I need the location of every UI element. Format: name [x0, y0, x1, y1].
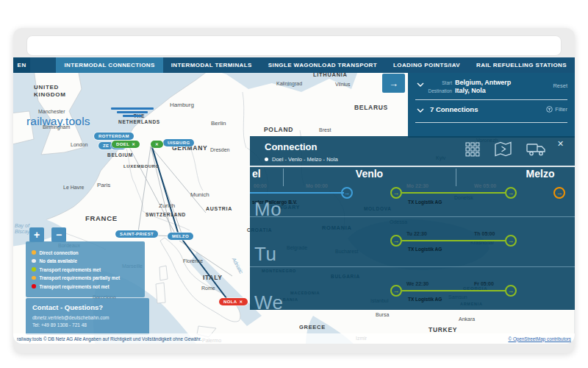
leg2-departure-marker: →: [390, 285, 402, 297]
marker-close-icon[interactable]: ✕: [240, 300, 243, 304]
legend-dot-icon: [32, 250, 36, 255]
zoom-in-button[interactable]: +: [29, 227, 44, 242]
legend-item-no-data-available: No data available: [32, 258, 139, 263]
station-venlo: Venlo: [283, 168, 456, 180]
panel-collapse-button[interactable]: →: [382, 74, 405, 93]
map-label-greece: GREECE: [299, 324, 326, 330]
station-doel: el: [252, 168, 261, 180]
day-label-tu: Tu: [254, 243, 276, 266]
map-label-belarus: BELARUS: [354, 104, 388, 111]
tab-rail-refuelling-stations[interactable]: RAIL REFUELLING STATIONS: [468, 57, 575, 73]
legend-item-transport-requirements-partially-met: Transport requirements partially met: [32, 275, 139, 280]
start-value[interactable]: Belgium, Antwerp: [455, 79, 511, 86]
day-label-we: We: [254, 291, 284, 310]
leg2-arrival-marker: →: [505, 187, 517, 199]
contact-box: Contact - Questions? dbnetz.vertrieb@deu…: [26, 298, 149, 335]
main-navbar: EN INTERMODAL CONNECTIONSINTERMODAL TERM…: [13, 57, 575, 73]
map-label-austria: AUSTRIA: [206, 206, 232, 212]
station-melzo: Melzo: [492, 168, 575, 180]
leg2-arrival-marker: →: [505, 235, 517, 247]
leg2-operator: TX Logistik AG: [408, 199, 442, 205]
map-label-switzerland: SWITZERLAND: [146, 212, 186, 218]
reset-button[interactable]: Reset: [553, 82, 567, 89]
contact-title: Contact - Questions?: [32, 303, 143, 311]
language-selector[interactable]: EN: [13, 57, 30, 73]
map-label-france: FRANCE: [85, 214, 118, 222]
map-label-belgium: BELGIUM: [107, 152, 133, 158]
marker-close-icon[interactable]: ✕: [155, 142, 159, 146]
zoom-out-button[interactable]: −: [51, 227, 66, 242]
map-label-italy: ITALY: [203, 274, 223, 281]
grid-view-icon[interactable]: [465, 142, 480, 157]
map-marker-saint-priest[interactable]: SAINT-PRIEST: [115, 230, 158, 238]
leg2-departure-marker: →: [390, 187, 402, 199]
map-label-bursa: Bursa: [376, 312, 389, 318]
tab-single-wagonload-transport[interactable]: SINGLE WAGONLOAD TRANSPORT: [260, 57, 385, 73]
map-label-hamburg: Hamburg: [170, 102, 194, 109]
connections-count[interactable]: 7 Connections: [430, 105, 478, 113]
map-view-icon[interactable]: [493, 140, 513, 159]
leg2-departure-time: Mo 22:30: [406, 183, 429, 188]
map-marker-melzo[interactable]: MELZO: [168, 233, 193, 240]
chevron-down-icon[interactable]: [417, 108, 424, 113]
map-marker-uisburg[interactable]: UISBURG: [163, 139, 194, 146]
map-label-vilnius: Vilnius: [335, 82, 351, 88]
railway-tools-logo-icon: [111, 107, 154, 118]
map-label-le-havre: Le Havre: [63, 185, 84, 191]
map-marker-doel[interactable]: DOEL✕: [112, 141, 140, 148]
filter-button[interactable]: Filter: [546, 106, 567, 113]
railway-tools-app: EN INTERMODAL CONNECTIONSINTERMODAL TERM…: [13, 57, 575, 344]
leg3-departure-marker: →: [553, 187, 565, 199]
destination-value[interactable]: Italy, Nola: [455, 87, 486, 94]
leg2-arrival-time: Fr 05:00: [474, 281, 494, 286]
connection-panel-title: Connection: [265, 141, 318, 152]
map-label-florence: Florence: [183, 258, 203, 264]
map-label-dresden: Dresden: [210, 147, 229, 153]
map-footer: railway.tools © DB Netz AG Alle Angaben …: [13, 333, 575, 344]
legend-item-transport-requirements-met: Transport requirements met: [32, 267, 139, 272]
leg2-operator: TX Logistik AG: [408, 247, 442, 252]
map-marker-x[interactable]: ✕: [151, 141, 163, 148]
legend-dot-icon: [32, 267, 36, 272]
map-marker-rotterdam[interactable]: ROTTERDAM: [94, 132, 134, 140]
map-label-zurich: Zurich: [159, 202, 175, 210]
leg2-arrival-marker: →: [505, 285, 517, 297]
leg2-arrival-time: Th 05:00: [474, 231, 495, 236]
close-icon[interactable]: ✕: [557, 139, 564, 149]
tab-loading-points-iav[interactable]: LOADING POINTS/IAV: [385, 57, 468, 73]
contact-phone: Tel: +49 89 1308 - 721 48: [32, 322, 143, 329]
map-label-sea: Sea: [286, 81, 296, 88]
osm-attribution-link[interactable]: © OpenStreetMap contributors: [509, 336, 572, 342]
copyright-text: railway.tools © DB Netz AG Alle Angaben …: [17, 336, 201, 342]
leg2-departure-time: We 22:30: [406, 281, 429, 286]
connection-panel: Connection Doel - Venlo - Melzo - Nola: [250, 136, 575, 310]
map-label-luxembourg: LUXEMBOURG: [123, 164, 159, 169]
map-label-berlin: Berlin: [211, 120, 226, 127]
legend-item-direct-connection: Direct connection: [32, 250, 139, 255]
map-marker-nola[interactable]: NOLA✕: [219, 298, 248, 305]
map-label-turkey: TURKEY: [429, 326, 457, 333]
leg2-departure-marker: →: [390, 235, 402, 247]
contact-email[interactable]: dbnetz.vertrieb@deutschebahn.com: [32, 314, 143, 322]
destination-label: Destination: [414, 88, 452, 93]
marker-close-icon[interactable]: ✕: [132, 142, 135, 146]
tab-intermodal-connections[interactable]: INTERMODAL CONNECTIONS: [56, 57, 162, 73]
legend-dot-icon: [32, 284, 36, 289]
map-label-poland: POLAND: [264, 126, 293, 133]
truck-icon[interactable]: [526, 141, 547, 157]
leg2-operator: TX Logistik AG: [408, 297, 442, 302]
leg1-arrival-marker: →: [341, 187, 353, 199]
day-label-mo: Mo: [254, 198, 282, 221]
map-label-united-kingdom: UNITED KINGDOM: [34, 84, 66, 98]
map-label-paris: Paris: [97, 182, 110, 189]
leg1-departure-time: 00:00: [254, 183, 267, 188]
start-label: Start: [414, 80, 452, 85]
connection-route: Doel - Venlo - Melzo - Nola: [265, 156, 338, 163]
legend-dot-icon: [32, 276, 36, 280]
leg1-departure-time-full: Mo 00:00: [306, 183, 328, 188]
map-label-london: London: [71, 142, 87, 148]
railway-tools-logo: railway.tools: [26, 115, 90, 128]
tab-intermodal-terminals[interactable]: INTERMODAL TERMINALS: [163, 57, 260, 73]
map-label-ankara: Ankara: [459, 316, 475, 322]
map-area[interactable]: UNITED KINGDOMTHE NETHERLANDSBELGIUMLUXE…: [13, 73, 575, 344]
